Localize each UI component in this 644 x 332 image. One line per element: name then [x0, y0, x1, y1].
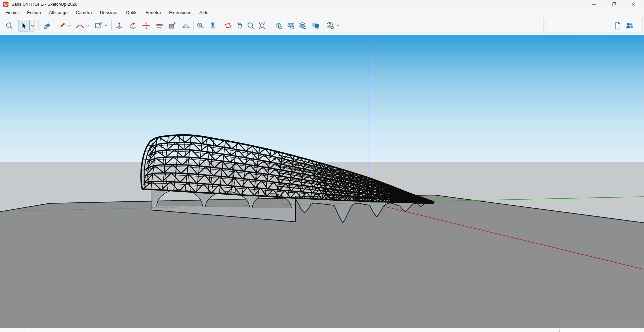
toolbar-grip[interactable]: [545, 21, 547, 29]
chevron-down-icon: [105, 25, 107, 26]
select-dropdown[interactable]: [30, 20, 35, 31]
chevron-down-icon: [31, 25, 34, 27]
scale-button[interactable]: [168, 21, 177, 30]
people-icon: [626, 21, 634, 30]
ground-plane: [0, 195, 644, 329]
minimize-button[interactable]: [586, 0, 602, 8]
status-bar: [0, 328, 644, 332]
paint-icon: [209, 21, 217, 30]
pushpull-icon: [115, 21, 123, 30]
flip-icon: [182, 21, 190, 30]
warehouse-icon: [274, 21, 283, 30]
restore-button[interactable]: [606, 0, 622, 8]
chevron-down-icon: [336, 25, 339, 26]
viewport-3d[interactable]: [0, 34, 644, 328]
feedback-button[interactable]: [311, 21, 320, 30]
chevron-down-icon: [86, 25, 89, 26]
orbit-icon: [224, 21, 232, 30]
sky: [0, 35, 644, 162]
followme-icon: [128, 21, 137, 30]
toolbar-grip[interactable]: [606, 21, 608, 29]
toolbar: [0, 16, 644, 34]
paint-bucket-button[interactable]: [208, 21, 217, 30]
toolbar-separator: [220, 20, 220, 30]
arc-icon: [76, 21, 84, 30]
collaborators-button[interactable]: [625, 21, 634, 30]
rotate-button[interactable]: [155, 21, 164, 30]
statusbar-divider: [28, 328, 28, 332]
page-icon: [613, 21, 622, 30]
menu-extensions[interactable]: Extensions: [169, 10, 191, 15]
arc-2pt-button[interactable]: [75, 21, 85, 30]
menu-fichier[interactable]: Fichier: [5, 10, 19, 15]
avatar-icon: [326, 21, 334, 30]
toolbar-separator: [270, 20, 270, 30]
menu-camra[interactable]: Caméra: [76, 10, 92, 15]
extwh-icon: [286, 21, 295, 30]
line-button[interactable]: [57, 21, 66, 30]
pan-icon: [235, 21, 244, 30]
rectangle-dropdown[interactable]: [104, 24, 108, 27]
3d-warehouse-button[interactable]: [274, 21, 283, 30]
window-title: Sans UYHTGFD - SketchUp 2026: [11, 2, 77, 7]
send-to-layout-button[interactable]: [298, 21, 307, 30]
eraser-icon: [43, 21, 51, 30]
move-icon: [142, 21, 150, 30]
menu-bar: FichierÉditionAffichageCaméraDessinerOut…: [0, 8, 644, 16]
account-dropdown[interactable]: [336, 24, 339, 27]
menu-fentre[interactable]: Fenêtre: [146, 10, 161, 15]
toolbar-separator: [193, 20, 194, 30]
menu-outils[interactable]: Outils: [126, 10, 138, 15]
pan-button[interactable]: [234, 21, 244, 30]
scale-icon: [168, 21, 177, 30]
menu-dessiner[interactable]: Dessiner: [100, 10, 118, 15]
menu-affichage[interactable]: Affichage: [49, 10, 68, 15]
extension-warehouse-button[interactable]: [286, 21, 295, 30]
pencil-icon: [58, 21, 66, 30]
sketchup-logo: [3, 1, 9, 7]
arc-2pt-dropdown[interactable]: [86, 24, 89, 27]
flip-button[interactable]: [181, 21, 191, 30]
select-button[interactable]: [18, 20, 30, 31]
rotate-icon: [155, 21, 164, 30]
line-dropdown[interactable]: [68, 24, 71, 27]
toolbar-separator: [323, 20, 323, 30]
search-icon: [5, 21, 13, 30]
title-bar: Sans UYHTGFD - SketchUp 2026: [0, 0, 644, 8]
menu-dition[interactable]: Édition: [27, 10, 41, 15]
scene-canvas: [0, 35, 644, 329]
account-button[interactable]: [325, 21, 335, 30]
new-document-button[interactable]: [613, 21, 622, 30]
zoom-extents-button[interactable]: [257, 21, 267, 30]
toolbar-panel: [543, 17, 572, 33]
tape-icon: [196, 21, 205, 30]
tape-measure-button[interactable]: [196, 21, 205, 30]
search-sketchup-button[interactable]: [4, 21, 14, 30]
push-pull-button[interactable]: [114, 21, 124, 30]
orbit-button[interactable]: [223, 21, 232, 30]
toolbar-separator: [111, 20, 112, 30]
rect-icon: [94, 21, 103, 30]
close-button[interactable]: [626, 0, 641, 8]
chevron-down-icon: [68, 25, 71, 26]
toolbar-panel: [605, 17, 643, 33]
measurements-input[interactable]: [559, 329, 642, 332]
follow-me-button[interactable]: [128, 21, 137, 30]
cursor-icon: [20, 22, 28, 29]
toolbar-separator: [38, 20, 39, 30]
eraser-button[interactable]: [42, 21, 51, 30]
menu-aide[interactable]: Aide: [199, 10, 208, 15]
layout-icon: [298, 21, 307, 30]
rectangle-button[interactable]: [94, 21, 103, 30]
zoomext-icon: [258, 21, 266, 30]
move-button[interactable]: [141, 21, 151, 30]
zoom-icon: [247, 21, 255, 30]
bubbles-icon: [311, 21, 320, 30]
zoom-button[interactable]: [246, 21, 255, 30]
